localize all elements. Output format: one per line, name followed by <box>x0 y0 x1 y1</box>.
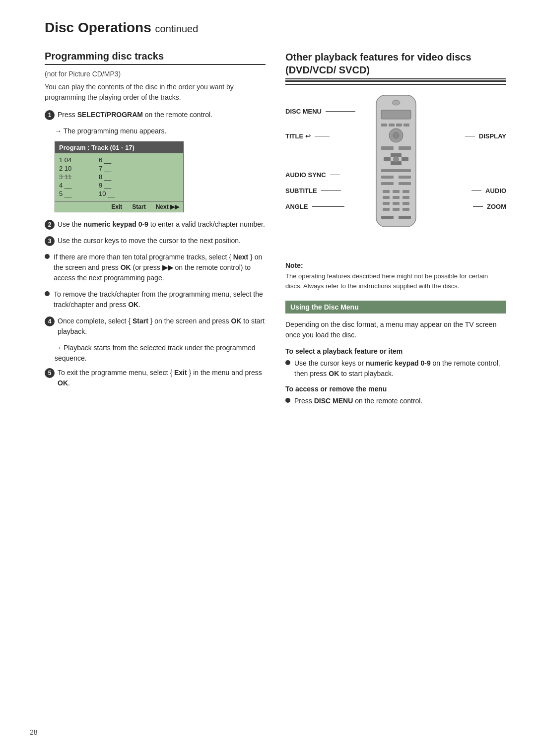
svg-rect-17 <box>381 176 394 179</box>
arrow-item-2: Playback starts from the selected track … <box>55 343 266 364</box>
access-bullet-content: Press DISC MENU on the remote control. <box>294 396 422 406</box>
svg-rect-29 <box>402 202 409 205</box>
note-text: The operating features described here mi… <box>285 271 506 291</box>
svg-rect-33 <box>381 216 394 219</box>
svg-rect-21 <box>383 190 390 193</box>
svg-rect-3 <box>381 124 387 126</box>
disc-menu-intro: Depending on the disc format, a menu may… <box>285 319 506 340</box>
diag-label-audio-sync: AUDIO SYNC <box>285 171 340 179</box>
page-number: 28 <box>30 728 38 736</box>
step-3: 3 Use the cursor keys to move the cursor… <box>45 236 266 246</box>
svg-rect-34 <box>399 216 411 219</box>
programming-intro: You can play the contents of the disc in… <box>45 82 266 103</box>
feature-bullet-content: Use the cursor keys or numeric keypad 0-… <box>294 358 506 379</box>
disc-menu-section: Using the Disc Menu Depending on the dis… <box>285 301 506 406</box>
left-column: Programming disc tracks (not for Picture… <box>45 51 266 412</box>
access-menu-title: To access or remove the menu <box>285 385 506 393</box>
diag-label-title: TITLE ↩ <box>285 132 330 140</box>
svg-rect-18 <box>399 176 411 179</box>
access-bullet-1: Press DISC MENU on the remote control. <box>285 396 506 406</box>
other-playback-title: Other playback features for video discs … <box>285 51 506 85</box>
diag-label-subtitle: SUBTITLE <box>285 187 341 194</box>
svg-point-8 <box>393 132 399 138</box>
svg-rect-26 <box>402 196 409 199</box>
bullet-dot-1 <box>45 254 50 259</box>
bullet-item-1: If there are more than ten total program… <box>45 252 266 283</box>
step-1-content: Press SELECT/PROGRAM on the remote contr… <box>58 110 266 120</box>
svg-rect-4 <box>389 124 395 126</box>
bullet-dot-feature <box>285 360 290 365</box>
bullet-dot-2 <box>45 291 50 296</box>
bullet-item-2: To remove the track/chapter from the pro… <box>45 289 266 310</box>
note-box: Note: The operating features described h… <box>285 261 506 291</box>
svg-rect-27 <box>383 202 390 205</box>
table-row: 4 __ 9 __ <box>59 182 179 189</box>
programming-subtitle: (not for Picture CD/MP3) <box>45 70 266 78</box>
svg-rect-30 <box>383 208 390 211</box>
step-4-content: Once complete, select { Start } on the s… <box>58 316 266 337</box>
diag-label-disc-menu: DISC MENU <box>285 108 355 115</box>
table-row: 2 10 7 __ <box>59 165 179 172</box>
step-4: 4 Once complete, select { Start } on the… <box>45 316 266 337</box>
step-1-number: 1 <box>45 110 55 120</box>
table-row: 3 11 8 __ <box>59 173 179 181</box>
svg-rect-14 <box>402 157 408 161</box>
title-continued: continued <box>155 23 199 34</box>
page-container: Disc Operations continued Programming di… <box>0 0 536 756</box>
step-3-content: Use the cursor keys to move the cursor t… <box>58 236 266 246</box>
step-3-number: 3 <box>45 236 55 246</box>
svg-rect-25 <box>393 196 400 199</box>
program-table: Program : Track (01 - 17) 1 04 6 __ 2 10… <box>55 141 184 212</box>
svg-rect-9 <box>381 146 394 150</box>
diag-label-zoom: ZOOM <box>473 203 506 210</box>
svg-rect-13 <box>384 157 391 161</box>
svg-rect-20 <box>399 182 411 185</box>
programming-section-title: Programming disc tracks <box>45 51 266 65</box>
table-row: 5 __ 10 __ <box>59 190 179 197</box>
diag-label-audio: AUDIO <box>471 187 506 194</box>
step-4-number: 4 <box>45 316 55 326</box>
program-table-body: 1 04 6 __ 2 10 7 __ 3 11 8 __ 4 __ 9 __ <box>55 153 183 201</box>
diag-label-display: DISPLAY <box>465 132 506 140</box>
svg-point-15 <box>393 156 399 162</box>
feature-select-title: To select a playback feature or item <box>285 347 506 355</box>
svg-rect-5 <box>396 124 402 126</box>
remote-control-svg <box>369 93 423 233</box>
svg-rect-32 <box>402 208 409 211</box>
svg-rect-22 <box>393 190 400 193</box>
remote-diagram: DISC MENU TITLE ↩ AUDIO SYNC SUBTITLE AN <box>285 93 506 252</box>
step-5-content: To exit the programme menu, select { Exi… <box>58 368 266 388</box>
title-main: Disc Operations <box>45 20 151 35</box>
svg-point-1 <box>392 100 400 105</box>
step-1: 1 Press SELECT/PROGRAM on the remote con… <box>45 110 266 120</box>
svg-rect-2 <box>381 110 411 119</box>
svg-rect-19 <box>381 182 394 185</box>
bullet-dot-access <box>285 398 290 403</box>
step-2-number: 2 <box>45 220 55 230</box>
bullet-content-2: To remove the track/chapter from the pro… <box>54 289 266 310</box>
page-title: Disc Operations continued <box>30 20 506 36</box>
program-table-footer: Exit Start Next ▶▶ <box>55 201 183 212</box>
step-5-number: 5 <box>45 368 55 378</box>
svg-rect-24 <box>383 196 390 199</box>
svg-rect-23 <box>402 190 409 193</box>
svg-rect-6 <box>403 124 409 126</box>
program-table-header: Program : Track (01 - 17) <box>55 142 183 153</box>
bullet-content-1: If there are more than ten total program… <box>54 252 266 283</box>
svg-rect-16 <box>381 169 411 172</box>
feature-bullet-1: Use the cursor keys or numeric keypad 0-… <box>285 358 506 379</box>
step-2: 2 Use the numeric keypad 0-9 to enter a … <box>45 219 266 230</box>
disc-menu-header: Using the Disc Menu <box>285 301 506 314</box>
step-2-content: Use the numeric keypad 0-9 to enter a va… <box>58 219 266 230</box>
arrow-item-1: The programming menu appears. <box>55 126 266 136</box>
svg-rect-10 <box>399 146 411 150</box>
svg-rect-31 <box>393 208 400 211</box>
table-row: 1 04 6 __ <box>59 156 179 164</box>
right-column: Other playback features for video discs … <box>285 51 506 412</box>
diag-label-angle: ANGLE <box>285 203 344 210</box>
step-5: 5 To exit the programme menu, select { E… <box>45 368 266 388</box>
note-title: Note: <box>285 261 506 269</box>
svg-rect-28 <box>393 202 400 205</box>
